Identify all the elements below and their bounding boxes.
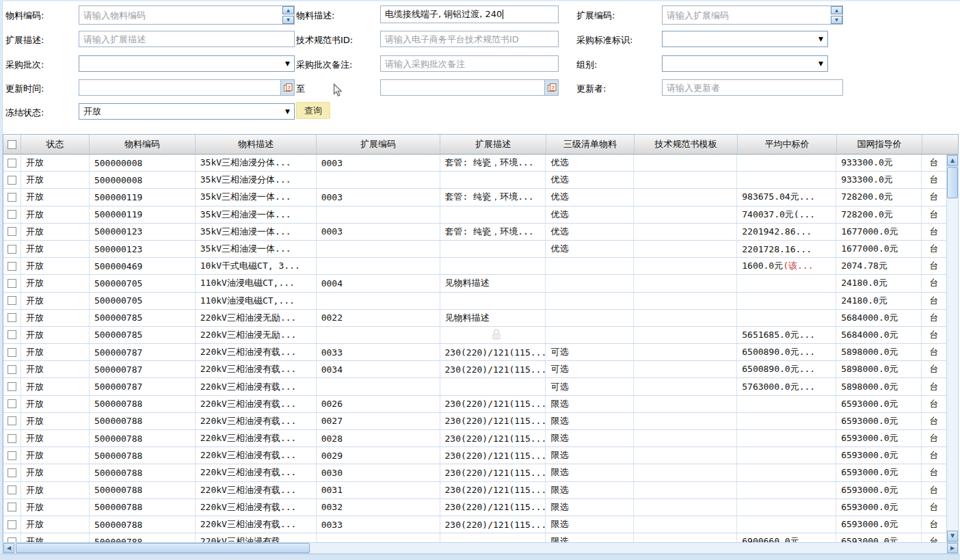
cell-avg-price bbox=[737, 293, 836, 309]
table-row: 开放 500000705 110kV油浸电磁CT,... 0004 见物料描述 … bbox=[3, 275, 946, 292]
cell-ext-desc: 见物料描述 bbox=[440, 310, 546, 326]
row-checkbox[interactable] bbox=[8, 451, 16, 460]
row-checkbox[interactable] bbox=[8, 313, 16, 322]
cell-ext-desc: 套管: 纯瓷，环境... bbox=[440, 155, 546, 171]
spinner-down-icon[interactable]: ▼ bbox=[831, 16, 842, 24]
scroll-right-icon[interactable]: ▶ bbox=[947, 543, 958, 553]
cell-unit: 台 bbox=[922, 447, 946, 464]
row-checkbox[interactable] bbox=[8, 296, 16, 305]
cell-material-desc: 220kV三相油浸有载... bbox=[196, 413, 317, 429]
row-checkbox-cell bbox=[3, 361, 21, 377]
freeze-status-select[interactable]: 开放 ▼ bbox=[79, 103, 295, 120]
spinner-down-icon[interactable]: ▼ bbox=[282, 16, 294, 24]
header-material-code[interactable]: 物料编码 bbox=[90, 135, 196, 154]
cell-material-code: 500000785 bbox=[90, 310, 196, 326]
calendar-icon[interactable]: 7 bbox=[544, 80, 558, 95]
table-row: 开放 500000787 220kV三相油浸有载... 0033 230(220… bbox=[3, 344, 946, 361]
vertical-scrollbar-thumb[interactable] bbox=[947, 167, 958, 198]
row-checkbox[interactable] bbox=[8, 468, 16, 477]
cell-avg-price bbox=[737, 155, 836, 171]
row-checkbox[interactable] bbox=[8, 416, 16, 425]
purchase-std-select[interactable]: ▼ bbox=[662, 31, 828, 47]
cell-guide-price: 728200.0元 bbox=[836, 206, 922, 223]
row-checkbox[interactable] bbox=[8, 159, 16, 168]
cell-guide-price: 6593000.0元 bbox=[836, 533, 922, 542]
material-code-input[interactable] bbox=[79, 5, 295, 25]
row-checkbox[interactable] bbox=[8, 227, 16, 236]
batch-select[interactable]: ▼ bbox=[79, 55, 295, 72]
spinner-up-icon[interactable]: ▲ bbox=[282, 6, 294, 14]
scroll-down-icon[interactable]: ▼ bbox=[947, 531, 958, 542]
cell-ext-code bbox=[317, 206, 440, 223]
row-checkbox[interactable] bbox=[8, 485, 16, 494]
scroll-up-icon[interactable]: ▲ bbox=[947, 155, 958, 166]
avg-price-text: 1600.0元 bbox=[742, 260, 783, 272]
cell-level3 bbox=[546, 293, 634, 309]
cell-level3: 限选 bbox=[546, 413, 634, 429]
updater-input[interactable] bbox=[662, 79, 843, 96]
row-checkbox[interactable] bbox=[8, 399, 16, 408]
row-checkbox[interactable] bbox=[8, 348, 16, 357]
header-template[interactable]: 技术规范书模板 bbox=[635, 135, 738, 154]
cell-guide-price: 6593000.0元 bbox=[836, 516, 922, 533]
row-checkbox[interactable] bbox=[8, 245, 16, 254]
cell-material-desc: 35kV三相油浸一体... bbox=[196, 224, 317, 240]
tech-spec-id-field bbox=[380, 31, 559, 47]
row-checkbox[interactable] bbox=[8, 176, 16, 185]
row-checkbox[interactable] bbox=[8, 520, 16, 529]
select-all-checkbox[interactable] bbox=[8, 140, 16, 149]
cell-template bbox=[634, 241, 737, 257]
ext-code-label: 扩展编码: bbox=[576, 10, 615, 22]
ext-desc-input[interactable] bbox=[79, 31, 295, 47]
tech-spec-id-input[interactable] bbox=[380, 31, 559, 47]
header-ext-desc[interactable]: 扩展描述 bbox=[440, 135, 546, 154]
row-checkbox[interactable] bbox=[8, 382, 16, 391]
cell-guide-price: 5898000.0元 bbox=[836, 378, 922, 395]
group-select[interactable]: ▼ bbox=[662, 55, 828, 72]
row-checkbox[interactable] bbox=[8, 330, 16, 339]
query-button[interactable]: 查询 bbox=[296, 102, 330, 119]
batch-note-input[interactable] bbox=[380, 55, 559, 72]
scroll-left-icon[interactable]: ◀ bbox=[3, 543, 14, 553]
cell-material-desc: 35kV三相油浸一体... bbox=[196, 241, 317, 257]
row-checkbox[interactable] bbox=[8, 262, 16, 271]
header-status[interactable]: 状态 bbox=[21, 135, 90, 154]
calendar-icon[interactable]: 7 bbox=[280, 80, 294, 95]
spinner-up-icon[interactable]: ▲ bbox=[831, 6, 842, 14]
header-avg-price[interactable]: 平均中标价 bbox=[738, 135, 837, 154]
horizontal-scrollbar-thumb[interactable] bbox=[16, 543, 310, 553]
update-time-input[interactable] bbox=[79, 79, 295, 96]
row-checkbox[interactable] bbox=[8, 365, 16, 374]
table-row: 开放 500000788 220kV三相油浸有载... 限选 6900660.0… bbox=[3, 533, 946, 542]
row-checkbox[interactable] bbox=[8, 503, 16, 511]
ext-code-input[interactable] bbox=[662, 5, 843, 25]
vertical-scrollbar[interactable]: ▲ ▼ bbox=[946, 155, 959, 542]
cell-status: 开放 bbox=[21, 430, 90, 446]
header-material-desc[interactable]: 物料描述 bbox=[196, 135, 317, 154]
horizontal-scrollbar[interactable]: ◀ ▶ bbox=[3, 542, 959, 554]
cell-unit: 台 bbox=[922, 155, 946, 171]
header-guide-price[interactable]: 国网指导价 bbox=[837, 135, 922, 154]
table-row: 开放 500000123 35kV三相油浸一体... 0003 套管: 纯瓷，环… bbox=[3, 224, 946, 241]
table-row: 开放 500000008 35kV三相油浸分体... 0003 套管: 纯瓷，环… bbox=[3, 155, 946, 172]
header-ext-code[interactable]: 扩展编码 bbox=[317, 135, 440, 154]
row-checkbox[interactable] bbox=[8, 210, 16, 219]
cell-ext-desc: 230(220)/121(115... bbox=[440, 516, 546, 533]
material-desc-input[interactable]: 电缆接线端子, 铜铝过渡, 240 bbox=[380, 5, 559, 23]
row-checkbox[interactable] bbox=[8, 279, 16, 288]
cell-level3: 可选 bbox=[546, 378, 634, 395]
cell-avg-price: 740037.0元(... bbox=[737, 206, 836, 223]
to-date-input[interactable] bbox=[380, 79, 559, 96]
cell-avg-price: 2201942.86... bbox=[737, 224, 836, 240]
cell-material-desc: 35kV三相油浸一体... bbox=[196, 189, 317, 205]
row-checkbox[interactable] bbox=[8, 193, 16, 202]
row-checkbox[interactable] bbox=[8, 434, 16, 443]
cell-ext-code bbox=[317, 293, 440, 309]
cell-ext-code: 0003 bbox=[317, 189, 440, 205]
table-row: 开放 500000469 10kV干式电磁CT, 3... 1600.0元(该.… bbox=[3, 258, 946, 275]
cell-status: 开放 bbox=[21, 396, 90, 412]
cell-ext-code bbox=[317, 533, 440, 542]
header-level3[interactable]: 三级清单物料 bbox=[546, 135, 635, 154]
row-checkbox[interactable] bbox=[8, 537, 16, 542]
cell-material-code: 500000469 bbox=[90, 258, 196, 274]
